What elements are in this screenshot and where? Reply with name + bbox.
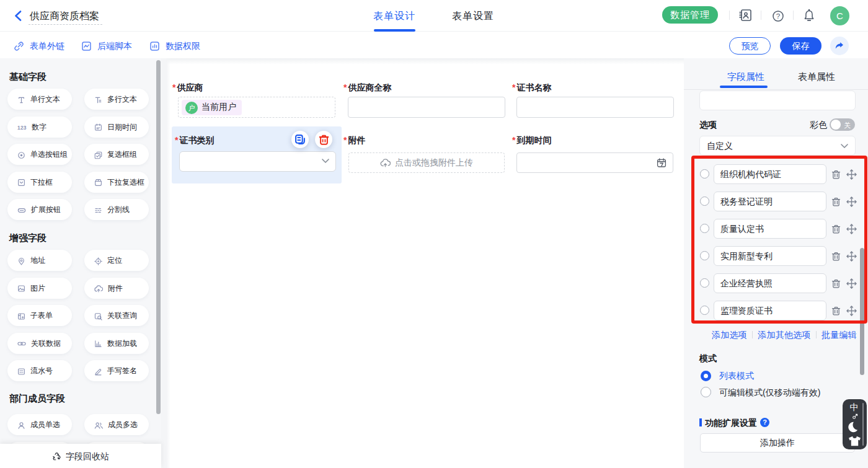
svg-text:123: 123 xyxy=(17,125,27,131)
svg-text:?: ? xyxy=(776,12,780,20)
